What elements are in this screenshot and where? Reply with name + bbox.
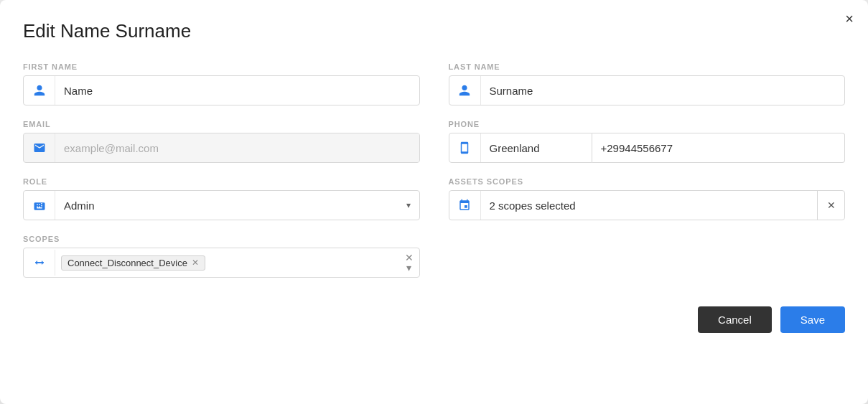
assets-scopes-label: ASSETS SCOPES xyxy=(449,177,846,186)
phone-input-row xyxy=(449,133,846,163)
assets-scopes-wrapper: 2 scopes selected ✕ xyxy=(449,190,846,220)
close-button[interactable]: × xyxy=(845,11,854,26)
modal-title: Edit Name Surname xyxy=(23,20,845,42)
role-group: ROLE Admin User Manager ▾ xyxy=(23,177,420,220)
first-name-label: FIRST NAME xyxy=(23,62,420,71)
phone-country-wrapper xyxy=(449,133,592,163)
assets-scopes-clear-button[interactable]: ✕ xyxy=(817,191,844,220)
first-name-input-wrapper xyxy=(23,75,420,105)
role-icon xyxy=(24,191,55,220)
assets-scopes-group: ASSETS SCOPES 2 scopes selected ✕ xyxy=(449,177,846,220)
scope-tag-remove-button[interactable]: ✕ xyxy=(192,258,199,267)
person-icon xyxy=(24,76,55,105)
scopes-tags-container: Connect_Disconnect_Device ✕ xyxy=(55,253,405,273)
last-name-group: LAST NAME xyxy=(449,62,846,105)
scope-tag-label: Connect_Disconnect_Device xyxy=(67,258,187,268)
assets-scopes-icon xyxy=(449,191,481,220)
email-label: EMAIL xyxy=(23,120,420,128)
first-name-group: FIRST NAME xyxy=(23,62,420,105)
scopes-label: SCOPES xyxy=(23,235,420,243)
scopes-controls: ✕ ▾ xyxy=(405,253,419,273)
email-input[interactable] xyxy=(55,133,419,162)
last-name-input-wrapper xyxy=(449,75,846,105)
cancel-button[interactable]: Cancel xyxy=(698,306,772,333)
phone-country-input[interactable] xyxy=(481,133,592,162)
phone-icon xyxy=(449,133,481,162)
email-icon xyxy=(24,133,55,162)
phone-number-wrapper xyxy=(592,133,846,163)
scopes-chevron-icon[interactable]: ▾ xyxy=(406,263,411,273)
first-name-input[interactable] xyxy=(55,76,419,105)
phone-number-input[interactable] xyxy=(592,133,845,162)
footer-actions: Cancel Save xyxy=(23,306,845,333)
role-input-wrapper: Admin User Manager ▾ xyxy=(23,190,420,220)
role-label: ROLE xyxy=(23,177,420,186)
email-group: EMAIL xyxy=(23,120,420,163)
email-input-wrapper xyxy=(23,133,420,163)
scopes-icon xyxy=(24,250,55,276)
edit-user-modal: × Edit Name Surname FIRST NAME LAST NAME xyxy=(0,0,868,404)
role-select[interactable]: Admin User Manager xyxy=(55,191,419,220)
phone-label: PHONE xyxy=(449,120,846,128)
form-grid: FIRST NAME LAST NAME xyxy=(23,62,845,278)
person-icon-2 xyxy=(449,76,481,105)
scopes-wrapper: Connect_Disconnect_Device ✕ ✕ ▾ xyxy=(23,248,420,278)
scope-tag: Connect_Disconnect_Device ✕ xyxy=(61,255,205,271)
scopes-clear-button[interactable]: ✕ xyxy=(405,253,414,263)
last-name-input[interactable] xyxy=(481,76,845,105)
scopes-group: SCOPES Connect_Disconnect_Device ✕ ✕ xyxy=(23,235,420,278)
assets-scopes-value: 2 scopes selected xyxy=(481,199,818,212)
last-name-label: LAST NAME xyxy=(449,62,846,71)
phone-group: PHONE xyxy=(449,120,846,163)
save-button[interactable]: Save xyxy=(780,306,845,333)
